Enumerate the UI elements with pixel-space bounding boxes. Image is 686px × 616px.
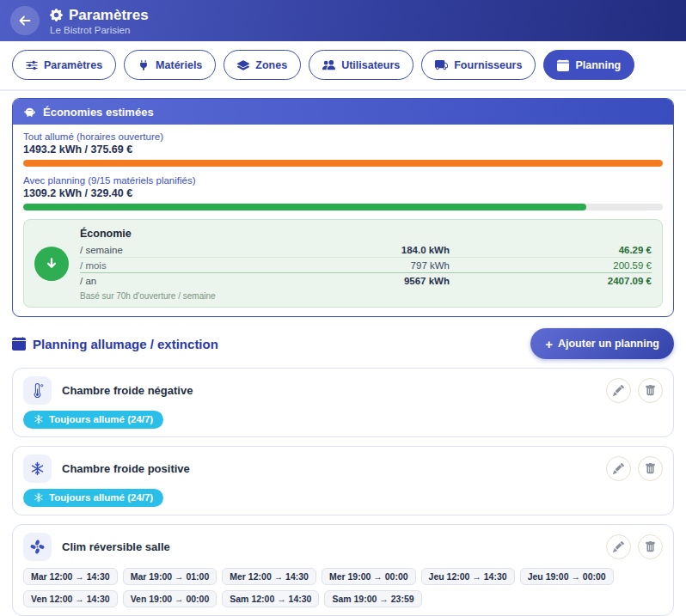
savings-card-header: Économies estimées bbox=[13, 99, 673, 125]
tab-label: Paramètres bbox=[44, 59, 102, 71]
economy-euro-value: 200.59 € bbox=[450, 260, 652, 271]
all-on-value: 1493.2 kWh / 375.69 € bbox=[23, 143, 663, 156]
always-on-badge: Toujours allumé (24/7) bbox=[23, 489, 163, 507]
plug-icon bbox=[138, 59, 150, 71]
schedule-chip: Mar 19:00 → 01:00 bbox=[123, 568, 217, 585]
economy-kwh-value: 797 kWh bbox=[303, 260, 450, 271]
fan-icon bbox=[23, 533, 52, 561]
truck-icon bbox=[435, 58, 448, 71]
pencil-icon bbox=[613, 541, 624, 552]
trash-icon bbox=[645, 463, 656, 474]
schedule-chip: Mer 19:00 → 00:00 bbox=[322, 568, 416, 585]
equipment-card-chambre-froide-negative: Chambre froide négative Toujours allumé … bbox=[12, 368, 674, 437]
users-icon bbox=[322, 58, 335, 71]
schedule-chip: Ven 19:00 → 00:00 bbox=[123, 590, 217, 607]
schedule-chip: Mar 12:00 → 14:30 bbox=[23, 568, 118, 585]
planning-section-title: Planning allumage / extinction bbox=[12, 337, 218, 351]
economy-kwh-value: 9567 kWh bbox=[303, 276, 450, 286]
tab-label: Planning bbox=[575, 59, 621, 71]
economy-row-label: / an bbox=[80, 276, 303, 286]
tab-label: Fournisseurs bbox=[454, 59, 522, 71]
schedule-chip-list: Mar 12:00 → 14:30 Mar 19:00 → 01:00 Mer … bbox=[23, 568, 663, 607]
savings-title: Économies estimées bbox=[43, 106, 154, 119]
piggy-bank-icon bbox=[23, 106, 36, 119]
snowflake-icon bbox=[23, 454, 52, 483]
schedule-chip: Sam 12:00 → 14:30 bbox=[222, 590, 319, 607]
tab-label: Zones bbox=[255, 59, 287, 71]
savings-card-body: Tout allumé (horaires ouverture) 1493.2 … bbox=[13, 125, 673, 316]
delete-button[interactable] bbox=[638, 378, 663, 403]
economy-euro-value: 46.29 € bbox=[450, 245, 652, 255]
tab-materiels[interactable]: Matériels bbox=[124, 50, 216, 80]
equipment-card-chambre-froide-positive: Chambre froide positive Toujours allumé … bbox=[12, 446, 674, 515]
economy-row-month: / mois 797 kWh 200.59 € bbox=[80, 258, 652, 273]
all-on-label: Tout allumé (horaires ouverture) bbox=[23, 131, 663, 142]
main-content: Économies estimées Tout allumé (horaires… bbox=[0, 91, 686, 616]
delete-button[interactable] bbox=[638, 456, 663, 481]
economy-row-label: / mois bbox=[80, 260, 303, 271]
tab-parametres[interactable]: Paramètres bbox=[12, 50, 116, 80]
planning-section-header: Planning allumage / extinction + Ajouter… bbox=[12, 328, 674, 359]
economy-row-week: / semaine 184.0 kWh 46.29 € bbox=[80, 242, 652, 258]
economy-footnote: Basé sur 70h d'ouverture / semaine bbox=[80, 291, 652, 301]
sliders-icon bbox=[26, 59, 38, 71]
add-planning-button[interactable]: + Ajouter un planning bbox=[530, 328, 674, 359]
tab-bar: Paramètres Matériels Zones Utilisateurs … bbox=[0, 41, 686, 91]
back-button[interactable] bbox=[10, 6, 40, 35]
arrow-left-icon bbox=[18, 14, 32, 27]
tab-label: Utilisateurs bbox=[341, 59, 400, 71]
gear-icon bbox=[50, 9, 63, 21]
calendar-icon bbox=[12, 337, 26, 351]
edit-button[interactable] bbox=[606, 456, 631, 481]
trash-icon bbox=[645, 541, 656, 552]
plus-icon: + bbox=[545, 338, 553, 351]
economy-row-label: / semaine bbox=[80, 245, 303, 255]
tab-planning[interactable]: Planning bbox=[543, 50, 634, 80]
calendar-icon bbox=[557, 59, 569, 71]
always-on-badge: Toujours allumé (24/7) bbox=[23, 411, 163, 429]
page-title: Paramètres bbox=[69, 7, 149, 24]
economy-kwh-value: 184.0 kWh bbox=[303, 245, 450, 255]
snowflake-icon bbox=[34, 414, 44, 424]
with-planning-label: Avec planning (9/15 matériels planifiés) bbox=[23, 175, 663, 186]
equipment-name: Chambre froide négative bbox=[62, 384, 596, 397]
with-planning-progress-fill bbox=[23, 204, 586, 210]
pencil-icon bbox=[613, 385, 624, 396]
with-planning-value: 1309.2 kWh / 329.40 € bbox=[23, 187, 663, 199]
tab-fournisseurs[interactable]: Fournisseurs bbox=[421, 50, 536, 80]
tab-utilisateurs[interactable]: Utilisateurs bbox=[309, 50, 413, 80]
edit-button[interactable] bbox=[606, 378, 631, 403]
arrow-down-circle-icon bbox=[34, 247, 69, 281]
delete-button[interactable] bbox=[638, 534, 663, 559]
equipment-card-clim-reversible-salle: Clim réversible salle Mar 12:00 → 14:30 … bbox=[12, 524, 674, 616]
schedule-chip: Jeu 12:00 → 14:30 bbox=[421, 568, 515, 585]
snowflake-icon bbox=[34, 492, 44, 503]
economy-title: Économie bbox=[80, 226, 652, 242]
tab-label: Matériels bbox=[156, 59, 202, 71]
schedule-chip: Sam 19:00 → 23:59 bbox=[324, 590, 421, 607]
thermometer-icon bbox=[23, 376, 52, 405]
equipment-name: Chambre froide positive bbox=[62, 462, 596, 475]
edit-button[interactable] bbox=[606, 534, 631, 559]
schedule-chip: Jeu 19:00 → 00:00 bbox=[520, 568, 614, 585]
schedule-chip: Ven 12:00 → 14:30 bbox=[23, 590, 118, 607]
tab-zones[interactable]: Zones bbox=[224, 50, 301, 80]
with-planning-block: Avec planning (9/15 matériels planifiés)… bbox=[23, 175, 663, 210]
app-header: Paramètres Le Bistrot Parisien bbox=[0, 0, 686, 41]
trash-icon bbox=[645, 385, 656, 396]
page-subtitle: Le Bistrot Parisien bbox=[50, 25, 149, 35]
with-planning-progress-track bbox=[23, 204, 663, 210]
equipment-name: Clim réversible salle bbox=[62, 540, 596, 553]
economy-euro-value: 2407.09 € bbox=[450, 276, 652, 286]
savings-card: Économies estimées Tout allumé (horaires… bbox=[12, 98, 674, 317]
all-on-progress-track bbox=[23, 160, 663, 167]
all-on-block: Tout allumé (horaires ouverture) 1493.2 … bbox=[23, 131, 663, 167]
all-on-progress-fill bbox=[23, 160, 663, 167]
economy-table: Économie / semaine 184.0 kWh 46.29 € / m… bbox=[80, 226, 652, 301]
schedule-chip: Mer 12:00 → 14:30 bbox=[222, 568, 316, 585]
economy-row-year: / an 9567 kWh 2407.09 € bbox=[80, 273, 652, 288]
pencil-icon bbox=[613, 463, 624, 474]
layers-icon bbox=[237, 59, 249, 71]
economy-panel: Économie / semaine 184.0 kWh 46.29 € / m… bbox=[23, 219, 663, 308]
